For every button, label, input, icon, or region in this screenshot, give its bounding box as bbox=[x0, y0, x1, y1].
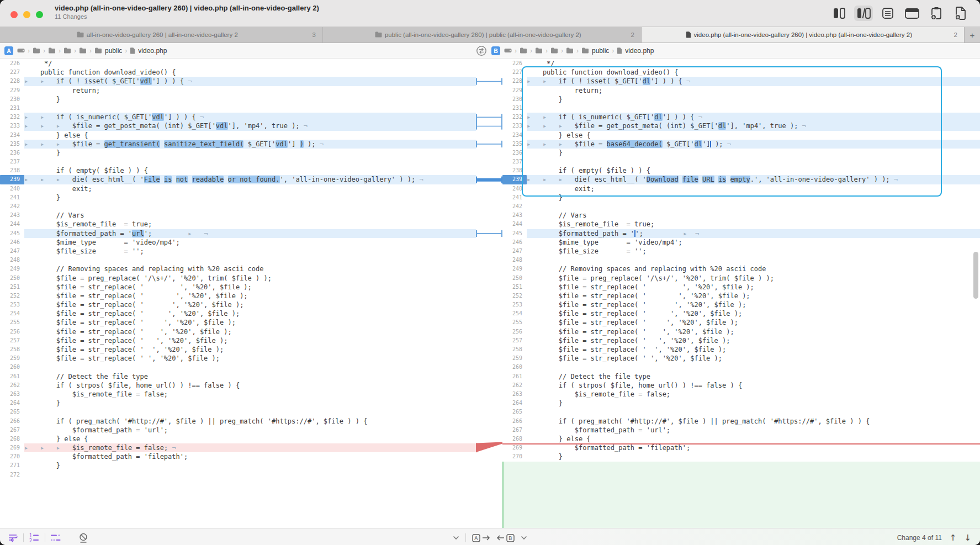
code-text: $file = str_replace( ' ', '%20', $file )… bbox=[527, 345, 980, 354]
code-text: ▸ ▸ if ( ! isset( $_GET['vdl'] ) ) { ¬ bbox=[24, 77, 476, 86]
code-line[interactable]: 228▸ ▸ if ( ! isset( $_GET['vdl'] ) ) { … bbox=[0, 77, 476, 86]
code-text: exit; bbox=[24, 184, 476, 193]
code-text: $file = str_replace( ' ', '%20', $file )… bbox=[527, 283, 980, 292]
folder-crumb-icon[interactable] bbox=[520, 47, 527, 54]
line-number: 250 bbox=[0, 274, 24, 283]
folder-crumb-icon[interactable] bbox=[48, 47, 56, 54]
folder-crumb-icon[interactable] bbox=[33, 47, 40, 54]
code-line: 257 $file = str_replace( ' ', '%20', $fi… bbox=[0, 336, 476, 345]
code-text: $file = str_replace( ' ', '%20', $file )… bbox=[527, 354, 980, 363]
vertical-scrollbar[interactable] bbox=[973, 252, 978, 299]
next-change-button[interactable]: ↓ bbox=[964, 533, 971, 543]
line-number: 257 bbox=[502, 336, 527, 345]
code-text: if ( preg_match( '#http://#', $file ) ||… bbox=[527, 417, 980, 426]
code-text: public function download_video() { bbox=[24, 68, 476, 77]
scope-chevron-icon[interactable] bbox=[453, 536, 459, 540]
toolbar-divider bbox=[465, 533, 466, 542]
code-line: 257 $file = str_replace( ' ', '%20', $fi… bbox=[502, 336, 980, 345]
folder-crumb-icon[interactable] bbox=[550, 47, 558, 54]
code-line: 263 $is_remote_file = false; bbox=[502, 390, 980, 399]
line-number: 248 bbox=[0, 256, 24, 264]
code-line[interactable]: 228▸ ▸ if ( ! isset( $_GET['dl'] ) ) { ¬ bbox=[502, 77, 980, 86]
code-text: $file = str_replace( ' ', '%20', $file )… bbox=[527, 327, 980, 336]
folder-crumb-icon[interactable] bbox=[79, 47, 87, 54]
folder-icon bbox=[375, 32, 382, 38]
folder-crumb-icon[interactable] bbox=[566, 47, 574, 54]
code-text: } bbox=[527, 95, 980, 104]
minimize-button[interactable] bbox=[23, 11, 30, 18]
code-text bbox=[24, 256, 476, 264]
fluid-view-icon[interactable] bbox=[854, 6, 873, 21]
line-number: 235 bbox=[502, 140, 527, 149]
code-line[interactable]: 235▸ ▸ ▸ $file = base64_decode( $_GET['d… bbox=[502, 140, 980, 149]
merge-from-b-button[interactable]: B bbox=[496, 534, 515, 542]
line-number: 229 bbox=[0, 86, 24, 95]
merge-chevron-icon[interactable] bbox=[521, 536, 527, 540]
file-crumb-video-php[interactable]: video.php bbox=[130, 47, 167, 55]
folder-crumb-public[interactable]: public bbox=[581, 47, 609, 55]
zoom-button[interactable] bbox=[36, 11, 43, 18]
folder-crumb-icon[interactable] bbox=[63, 47, 71, 54]
file-crumb-video-php[interactable]: video.php bbox=[617, 47, 654, 55]
code-line: 247 $file_size = ''; bbox=[0, 247, 476, 256]
tab-folder-comparison[interactable]: all-in-one-video-gallery 260 | all-in-on… bbox=[0, 27, 323, 43]
two-up-view-icon[interactable] bbox=[830, 6, 849, 21]
code-line: 249 // Removing spaces and replacing wit… bbox=[502, 264, 980, 273]
code-line[interactable]: 232▸ ▸ if ( is_numeric( $_GET['dl'] ) ) … bbox=[502, 113, 980, 121]
code-line: 272 bbox=[0, 470, 476, 479]
code-text: ▸ ▸ ▸ $file = get_transient( sanitize_te… bbox=[24, 140, 476, 149]
folder-crumb-public[interactable]: public bbox=[94, 47, 122, 55]
code-line[interactable]: 233▸ ▸ ▸ $file = get_post_meta( (int) $_… bbox=[502, 121, 980, 130]
previous-change-button[interactable]: ↑ bbox=[950, 533, 957, 543]
code-text: if ( strpos( $file, home_url() ) !== fal… bbox=[527, 381, 980, 390]
code-line[interactable]: 232▸ ▸ if ( is_numeric( $_GET['vdl'] ) )… bbox=[0, 113, 476, 121]
line-number: 240 bbox=[502, 184, 527, 193]
copy-to-clipboard-icon[interactable] bbox=[927, 6, 946, 21]
line-number: 240 bbox=[0, 184, 24, 193]
new-comparison-icon[interactable] bbox=[951, 6, 970, 21]
line-number: 238 bbox=[502, 166, 527, 175]
code-line[interactable]: 245 $formatted_path = 'url'; ▸ ¬ bbox=[0, 229, 476, 238]
line-number: 246 bbox=[0, 238, 24, 247]
line-number: 233 bbox=[0, 121, 24, 130]
drive-icon[interactable] bbox=[17, 47, 25, 54]
code-line: 270 } bbox=[502, 452, 980, 461]
line-number: 256 bbox=[0, 327, 24, 336]
line-number: 264 bbox=[0, 399, 24, 408]
line-number: 245 bbox=[0, 229, 24, 238]
tab-public-comparison[interactable]: public (all-in-one-video-gallery 260) | … bbox=[323, 27, 642, 43]
code-line[interactable]: 245 $formatted_path = ''; ▸ ¬ bbox=[502, 229, 980, 238]
line-number: 261 bbox=[0, 372, 24, 381]
code-line: 234 } else { bbox=[0, 131, 476, 140]
code-line[interactable]: 239▸ ▸ ▸ die( esc_html__( 'File is not r… bbox=[0, 175, 476, 184]
code-line: 252 $file = str_replace( ' ', '%20', $fi… bbox=[0, 292, 476, 300]
code-line: 231 bbox=[502, 104, 980, 113]
tab-video-php-comparison[interactable]: video.php (all-in-one-video-gallery 260)… bbox=[642, 27, 965, 43]
code-text: } else { bbox=[24, 435, 476, 443]
new-tab-button[interactable]: + bbox=[965, 27, 980, 43]
code-line[interactable]: 269▸ ▸ ▸ $is_remote_file = false; ¬ bbox=[0, 443, 476, 452]
code-line[interactable]: 235▸ ▸ ▸ $file = get_transient( sanitize… bbox=[0, 140, 476, 149]
code-line[interactable]: 233▸ ▸ ▸ $file = get_post_meta( (int) $_… bbox=[0, 121, 476, 130]
code-line: 236 } bbox=[0, 149, 476, 157]
merge-from-a-button[interactable]: A bbox=[472, 534, 490, 542]
drive-icon[interactable] bbox=[504, 47, 512, 54]
breadcrumb-separator: › bbox=[74, 47, 76, 55]
line-number: 251 bbox=[0, 283, 24, 292]
code-text: $file = preg_replace( '/\s+/', '%20', tr… bbox=[24, 274, 476, 283]
swap-sides-icon[interactable] bbox=[476, 45, 487, 56]
code-line: 251 $file = str_replace( ' ', '%20', $fi… bbox=[0, 283, 476, 292]
code-text: } bbox=[24, 193, 476, 202]
folder-crumb-icon[interactable] bbox=[535, 47, 543, 54]
code-text: $is_remote_file = true; bbox=[24, 220, 476, 229]
code-line[interactable]: 239▸ ▸ ▸ die( esc_html__( 'Download file… bbox=[502, 175, 980, 184]
line-number: 235 bbox=[0, 140, 24, 149]
unified-view-icon[interactable] bbox=[878, 6, 897, 21]
breadcrumb-separator: › bbox=[561, 47, 563, 55]
code-line: 236 } bbox=[502, 149, 980, 157]
close-button[interactable] bbox=[10, 11, 18, 18]
changes-count-label: 11 Changes bbox=[55, 13, 319, 20]
code-line: 229 return; bbox=[0, 86, 476, 95]
file-shelf-icon[interactable] bbox=[903, 6, 921, 21]
code-text: } else { bbox=[527, 131, 980, 140]
